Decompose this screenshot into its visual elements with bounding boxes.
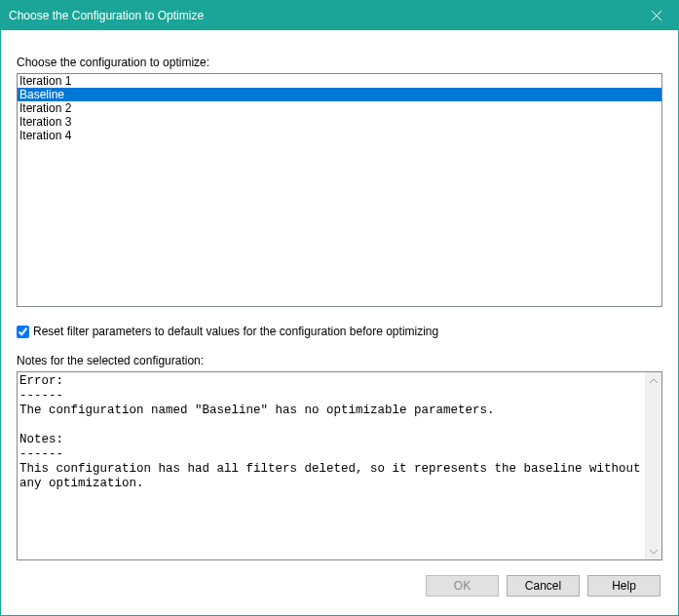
cancel-button[interactable]: Cancel (507, 575, 580, 597)
notes-text: Error: ------ The configuration named "B… (18, 372, 661, 559)
dialog-content: Choose the configuration to optimize: It… (1, 30, 678, 615)
chevron-down-icon (650, 549, 658, 555)
close-icon (652, 11, 661, 20)
title-bar[interactable]: Choose the Configuration to Optimize (1, 1, 678, 30)
close-button[interactable] (634, 1, 678, 30)
ok-button: OK (426, 575, 499, 597)
reset-checkbox-row[interactable]: Reset filter parameters to default value… (17, 325, 662, 338)
dialog-window: Choose the Configuration to Optimize Cho… (0, 0, 679, 616)
list-item[interactable]: Baseline (18, 88, 661, 101)
notes-textarea[interactable]: Error: ------ The configuration named "B… (17, 371, 662, 560)
list-item[interactable]: Iteration 2 (18, 101, 661, 115)
notes-label: Notes for the selected configuration: (17, 354, 662, 367)
choose-label: Choose the configuration to optimize: (17, 56, 662, 69)
reset-checkbox[interactable] (17, 326, 29, 338)
button-row: OK Cancel Help (17, 566, 662, 605)
window-title: Choose the Configuration to Optimize (9, 9, 204, 22)
scroll-down-button[interactable] (645, 543, 661, 559)
scroll-up-button[interactable] (645, 372, 661, 389)
list-item[interactable]: Iteration 4 (18, 129, 661, 142)
chevron-up-icon (650, 378, 658, 384)
configuration-listbox[interactable]: Iteration 1BaselineIteration 2Iteration … (17, 73, 662, 307)
list-item[interactable]: Iteration 3 (18, 115, 661, 129)
list-item[interactable]: Iteration 1 (18, 74, 661, 88)
reset-checkbox-label: Reset filter parameters to default value… (33, 325, 438, 338)
help-button[interactable]: Help (587, 575, 660, 597)
notes-scrollbar[interactable] (645, 372, 661, 559)
